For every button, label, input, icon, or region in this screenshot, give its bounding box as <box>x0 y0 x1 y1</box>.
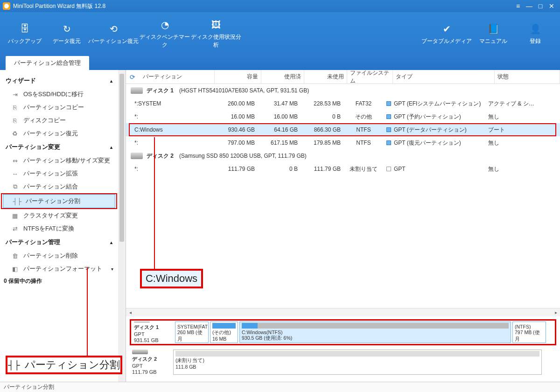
chevron-up-icon: ▴ <box>110 78 112 84</box>
map-disk1: ディスク 1 GPT 931.51 GB SYSTEM(FAT260 MB (使… <box>130 319 556 345</box>
content-area: ⟳ パーティション 容量 使用済 未使用 ファイルシステム タイプ 状態 ディス… <box>126 70 560 382</box>
status-text: パーティション分割 <box>4 383 54 391</box>
chevron-up-icon: ▴ <box>110 240 112 245</box>
tool-partition-recover[interactable]: ⟲パーティション復元 <box>88 15 139 53</box>
chevron-down-icon: ▾ <box>111 266 113 272</box>
chg-split[interactable]: ┤├パーティション分割 <box>3 194 115 208</box>
merge-icon: ⧉ <box>11 183 19 190</box>
sidebar-scrollbar[interactable] <box>118 70 126 382</box>
map-segment[interactable]: (その他)16 MB <box>210 322 238 343</box>
disk-icon <box>131 153 143 159</box>
partition-row[interactable]: *:SYSTEM260.00 MB31.47 MB228.53 MBFAT32G… <box>126 97 560 110</box>
pending-ops: 0 保留中の操作 <box>0 275 118 287</box>
split-icon: ┤├ <box>14 197 21 205</box>
delete-icon: 🗑 <box>11 252 19 259</box>
sidebar: ウィザード▴ ⇥OSをSSD/HDDに移行 ⎘パーティションコピー ⎘ディスクコ… <box>0 70 126 382</box>
col-status[interactable]: 状態 <box>495 70 560 84</box>
map-disk2-info: ディスク 2 GPT 111.79 GB <box>130 350 173 375</box>
register-icon: 👤 <box>529 23 542 35</box>
disk-copy-icon: ⎘ <box>11 117 19 124</box>
main-toolbar: 🗄バックアップ ↻データ復元 ⟲パーティション復元 ◔ディスクベンチマーク 🖼デ… <box>0 12 560 56</box>
tool-benchmark[interactable]: ◔ディスクベンチマーク <box>139 15 190 53</box>
map-segment[interactable]: C:Windows(NTFS)930.5 GB (使用済: 6%) <box>239 322 511 343</box>
app-logo-icon <box>3 2 10 10</box>
manual-icon: 📘 <box>487 23 500 35</box>
scroll-left-icon[interactable]: ◂ <box>126 310 134 315</box>
wiz-partition-recover[interactable]: ♻パーティション復元 <box>0 127 118 140</box>
partition-row[interactable]: *:797.00 MB617.15 MB179.85 MBNTFSGPT (復元… <box>126 136 560 149</box>
tool-manual[interactable]: 📘マニュアル <box>472 15 514 53</box>
col-free[interactable]: 未使用 <box>304 70 347 84</box>
scroll-right-icon[interactable]: ▸ <box>552 310 560 315</box>
statusbar: パーティション分割 <box>0 382 560 392</box>
minimize-button[interactable]: — <box>524 2 535 10</box>
chg-merge[interactable]: ⧉パーティション結合 <box>0 180 118 193</box>
copy-icon: ⎘ <box>11 104 19 111</box>
tool-register[interactable]: 👤登録 <box>514 15 556 53</box>
disk-icon <box>132 350 148 354</box>
close-button[interactable]: ✕ <box>546 2 557 10</box>
extend-icon: ↔ <box>11 170 19 177</box>
h-scrollbar[interactable]: ◂ ▸ <box>126 308 560 316</box>
mgr-format[interactable]: ◧パーティションフォーマット▾ <box>0 262 118 275</box>
bootable-icon: ✔ <box>440 23 453 35</box>
section-partition-change[interactable]: パーティション変更▴ <box>0 140 118 154</box>
format-icon: ◧ <box>11 265 19 273</box>
chevron-up-icon: ▴ <box>110 145 112 150</box>
wiz-os-migrate[interactable]: ⇥OSをSSD/HDDに移行 <box>0 88 118 101</box>
section-partition-manage[interactable]: パーティション管理▴ <box>0 235 118 249</box>
tab-row: パーティション総合管理 <box>0 56 560 70</box>
tool-bootable[interactable]: ✔ブータブルメディア <box>421 15 472 53</box>
tool-usage[interactable]: 🖼ディスク使用状況分析 <box>190 15 242 53</box>
disk2-header[interactable]: ディスク 2 (Samsung SSD 850 120GB USB, GPT, … <box>126 149 560 162</box>
map-segment[interactable]: (未割り当て)111.8 GB <box>173 350 542 375</box>
col-partition[interactable]: パーティション <box>140 70 215 84</box>
tab-partition-mgr[interactable]: パーティション総合管理 <box>6 56 89 70</box>
callout-split: ┤├ パーティション分割 <box>6 356 122 374</box>
tool-data-recover[interactable]: ↻データ復元 <box>46 15 88 53</box>
refresh-icon[interactable]: ⟳ <box>130 73 140 81</box>
cluster-icon: ▦ <box>11 212 19 219</box>
benchmark-icon: ◔ <box>158 19 171 30</box>
wiz-disk-copy[interactable]: ⎘ディスクコピー <box>0 114 118 127</box>
col-capacity[interactable]: 容量 <box>215 70 261 84</box>
titlebar: MiniTool Partition Wizard 無料版 12.8 ≡ — □… <box>0 0 560 12</box>
disk-icon <box>131 87 143 94</box>
chg-extend[interactable]: ↔パーティション拡張 <box>0 167 118 180</box>
disk1-header[interactable]: ディスク 1 (HGST HTS541010A7E630 SATA, GPT, … <box>126 84 560 97</box>
map-disk2: ディスク 2 GPT 111.79 GB (未割り当て)111.8 GB <box>130 349 556 375</box>
col-type[interactable]: タイプ <box>393 70 495 84</box>
usage-icon: 🖼 <box>210 19 223 30</box>
callout-cwindows: C:Windows <box>140 269 203 288</box>
partition-recover-icon: ⟲ <box>107 23 120 35</box>
app-title: MiniTool Partition Wizard 無料版 12.8 <box>13 2 105 10</box>
tool-backup[interactable]: 🗄バックアップ <box>4 15 46 53</box>
wiz-partition-copy[interactable]: ⎘パーティションコピー <box>0 101 118 114</box>
col-used[interactable]: 使用済 <box>261 70 304 84</box>
migrate-icon: ⇥ <box>11 91 19 98</box>
chg-ntfs-fat[interactable]: ⇄NTFSをFATに変換 <box>0 222 118 235</box>
partition-row[interactable]: *:16.00 MB16.00 MB0 Bその他GPT (予約パーティション)無… <box>126 110 560 123</box>
map-disk1-info: ディスク 1 GPT 931.51 GB <box>132 322 175 343</box>
split-icon: ┤├ <box>8 360 20 370</box>
map-segment[interactable]: (NTFS)797 MB (使月 <box>512 322 546 343</box>
chg-move-resize[interactable]: ⇔パーティション移動/サイズ変更 <box>0 154 118 167</box>
disk-map: ディスク 1 GPT 931.51 GB SYSTEM(FAT260 MB (使… <box>126 316 560 382</box>
section-wizard[interactable]: ウィザード▴ <box>0 74 118 88</box>
partition-row[interactable]: *:111.79 GB0 B111.79 GB未割り当てGPT無し <box>126 162 560 175</box>
recover-icon: ↻ <box>60 23 73 35</box>
convert-icon: ⇄ <box>11 225 19 232</box>
map-segment[interactable]: SYSTEM(FAT260 MB (使月 <box>175 322 209 343</box>
recover-icon: ♻ <box>11 130 19 137</box>
menu-icon[interactable]: ≡ <box>512 2 524 10</box>
chg-cluster[interactable]: ▦クラスタサイズ変更 <box>0 209 118 222</box>
backup-icon: 🗄 <box>18 23 31 35</box>
partition-row[interactable]: C:Windows930.46 GB64.16 GB866.30 GBNTFSG… <box>126 123 560 136</box>
resize-icon: ⇔ <box>11 157 19 164</box>
maximize-button[interactable]: □ <box>535 2 546 10</box>
disk-icon <box>134 322 150 322</box>
grid-header: ⟳ パーティション 容量 使用済 未使用 ファイルシステム タイプ 状態 <box>126 70 560 84</box>
mgr-delete[interactable]: 🗑パーティション削除 <box>0 249 118 262</box>
col-fs[interactable]: ファイルシステム <box>347 70 393 84</box>
